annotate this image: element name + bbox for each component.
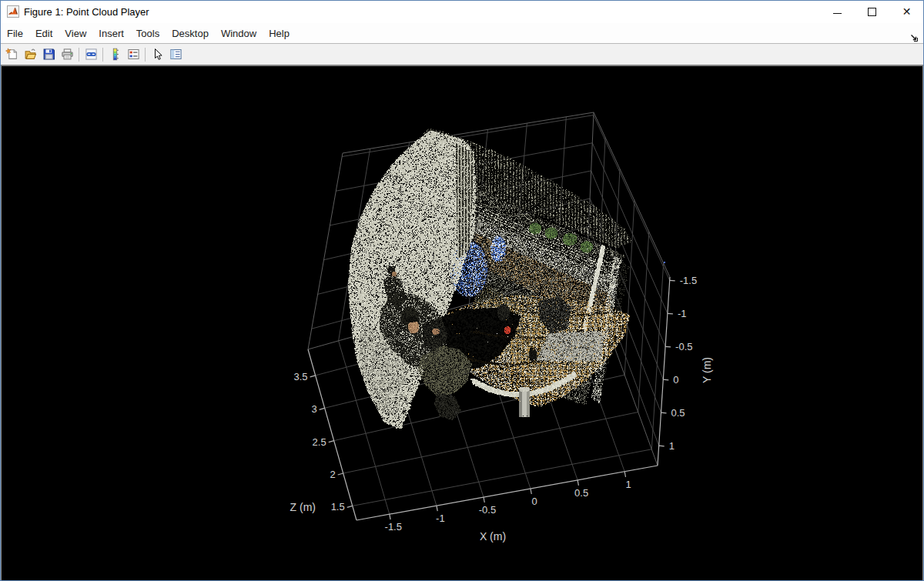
point-cloud-canvas[interactable] <box>2 66 922 580</box>
toolbar-separator <box>79 48 79 62</box>
save-figure-button[interactable] <box>39 45 58 64</box>
insert-legend-button[interactable] <box>124 45 142 64</box>
toolbar-separator <box>102 48 103 62</box>
open-file-button[interactable] <box>21 45 39 64</box>
menu-item-window[interactable]: Window <box>215 24 263 44</box>
menu-item-desktop[interactable]: Desktop <box>166 24 215 44</box>
link-plot-button[interactable] <box>82 45 100 64</box>
title-bar: Figure 1: Point Cloud Player ✕ <box>0 0 924 23</box>
menu-bar: FileEditViewInsertToolsDesktopWindowHelp <box>0 23 924 44</box>
save-figure-icon <box>42 48 55 61</box>
menu-item-edit[interactable]: Edit <box>29 24 59 44</box>
open-property-inspector-icon <box>169 48 182 61</box>
insert-legend-icon <box>127 48 140 61</box>
minimize-button[interactable] <box>820 1 855 22</box>
menu-item-view[interactable]: View <box>59 24 92 44</box>
open-property-inspector-button[interactable] <box>166 45 185 64</box>
new-figure-icon <box>5 48 18 61</box>
insert-colorbar-button[interactable] <box>105 45 124 64</box>
plot-area: -1.5-1-0.500.51-1.5-1-0.500.511.522.533.… <box>0 66 924 581</box>
link-plot-icon <box>85 48 98 61</box>
figure-window: Figure 1: Point Cloud Player ✕ FileEditV… <box>0 0 924 581</box>
menu-item-help[interactable]: Help <box>263 24 296 44</box>
dock-figure-icon[interactable] <box>910 28 919 37</box>
menu-item-tools[interactable]: Tools <box>130 24 166 44</box>
figure-toolbar <box>0 44 924 66</box>
open-file-icon <box>24 48 37 61</box>
close-button[interactable]: ✕ <box>889 1 924 22</box>
edit-plot-icon <box>151 48 164 61</box>
new-figure-button[interactable] <box>2 45 21 64</box>
toolbar-separator <box>145 48 146 62</box>
maximize-button[interactable] <box>855 1 889 22</box>
close-icon: ✕ <box>902 5 912 18</box>
minimize-icon <box>833 13 842 14</box>
print-figure-icon <box>61 48 74 61</box>
print-figure-button[interactable] <box>58 45 76 64</box>
menu-item-file[interactable]: File <box>1 24 29 44</box>
maximize-icon <box>868 8 876 16</box>
menu-item-insert[interactable]: Insert <box>92 24 130 44</box>
edit-plot-button[interactable] <box>148 45 166 64</box>
insert-colorbar-icon <box>109 48 122 61</box>
matlab-logo-icon <box>7 5 19 18</box>
window-title: Figure 1: Point Cloud Player <box>24 6 149 18</box>
